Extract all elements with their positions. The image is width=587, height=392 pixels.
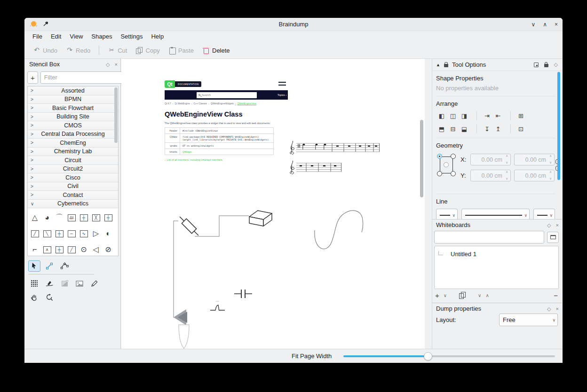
- gradient-edit-tool[interactable]: [58, 278, 71, 289]
- zoom-tool[interactable]: [43, 292, 56, 303]
- line-end-marker-dropdown[interactable]: [533, 209, 555, 220]
- move-up-button[interactable]: ∧: [485, 293, 489, 298]
- window-control-button[interactable]: ∧: [543, 22, 547, 27]
- stencil-shape[interactable]: ⌒: [53, 210, 65, 226]
- stencil-shape[interactable]: ┼: [78, 210, 90, 226]
- stencil-category[interactable]: > Basic Flowchart: [28, 104, 118, 113]
- edit-path-tool[interactable]: [58, 260, 71, 272]
- line-style-dropdown[interactable]: [461, 209, 530, 220]
- arrange-button[interactable]: ↧: [476, 124, 492, 133]
- arrange-button[interactable]: ◫: [447, 111, 459, 120]
- arrange-button[interactable]: ⬓: [459, 124, 470, 133]
- stencil-shape[interactable]: ╳: [90, 210, 102, 226]
- stencil-shape[interactable]: ⌐: [29, 242, 41, 256]
- toolbar-button[interactable]: Copy: [132, 45, 163, 56]
- stencil-category[interactable]: > Circuit2: [28, 165, 118, 174]
- stencil-shape[interactable]: ◕: [41, 210, 53, 226]
- whiteboard-list-item[interactable]: Untitled 1: [435, 249, 558, 259]
- stencil-shape[interactable]: ◐: [102, 226, 114, 242]
- stencil-shape[interactable]: ┼: [102, 210, 114, 226]
- select-tool[interactable]: [28, 260, 40, 272]
- zoom-slider-handle[interactable]: [424, 352, 432, 361]
- stencil-shape[interactable]: ┼: [53, 226, 65, 242]
- anchor-point-selector[interactable]: [436, 153, 457, 177]
- anchor-top-left[interactable]: [437, 154, 442, 159]
- anchor-bottom-left[interactable]: [437, 171, 442, 176]
- toolbar-button[interactable]: Cut: [104, 45, 131, 56]
- connect-shapes-tool[interactable]: [43, 260, 56, 272]
- stencil-shape[interactable]: ╱: [29, 226, 41, 242]
- pan-tool[interactable]: [28, 292, 40, 303]
- width-spinbox[interactable]: 0.00 cm: [514, 154, 555, 165]
- add-whiteboard-dropdown[interactable]: ∨: [444, 293, 447, 298]
- whiteboard-canvas[interactable]: Qt DOCUMENTATION Search Topics Qt 6.7Qt …: [121, 59, 425, 349]
- stencil-category[interactable]: > Contact: [28, 191, 118, 200]
- menu-item[interactable]: Settings: [116, 31, 147, 42]
- anchor-center[interactable]: [444, 162, 449, 167]
- stencil-shape[interactable]: △: [29, 210, 41, 226]
- stencil-category[interactable]: > Central Data Processing: [28, 130, 118, 139]
- stencil-shape[interactable]: ╲: [41, 226, 53, 242]
- stencil-category[interactable]: > Civil: [28, 182, 118, 191]
- titlebar[interactable]: Braindump ∨∧×: [24, 18, 563, 31]
- x-position-spinbox[interactable]: 0.00 cm: [470, 154, 511, 165]
- close-panel-icon[interactable]: ×: [556, 303, 559, 314]
- stencil-shape[interactable]: ─: [65, 226, 78, 242]
- canvas-drawings[interactable]: [163, 207, 384, 357]
- arrange-button[interactable]: ⊡: [510, 124, 526, 133]
- pattern-edit-tool[interactable]: [28, 278, 40, 289]
- float-panel-icon[interactable]: ◇: [106, 59, 110, 70]
- zoom-mode-label[interactable]: Fit Page Width: [292, 349, 332, 363]
- arrange-button[interactable]: ◨: [459, 111, 470, 120]
- menu-item[interactable]: File: [28, 31, 47, 42]
- music-staff-shape-1[interactable]: [289, 140, 381, 156]
- lock-panel-icon[interactable]: [544, 64, 548, 67]
- menu-item[interactable]: Edit: [47, 31, 65, 42]
- calligraphy-tool[interactable]: [43, 278, 56, 289]
- arrange-button[interactable]: ↥: [492, 124, 504, 133]
- tool-options-scrollbar[interactable]: [557, 72, 560, 180]
- stencil-category[interactable]: ∨ Cybernetics: [28, 200, 118, 209]
- float-panel-icon[interactable]: ◇: [547, 220, 551, 231]
- whiteboard-view-button[interactable]: [547, 232, 559, 243]
- window-control-button[interactable]: ×: [555, 22, 558, 27]
- toolbar-button[interactable]: Delete: [198, 45, 234, 56]
- arrange-button[interactable]: ◧: [436, 111, 447, 120]
- arrange-button[interactable]: ⊞: [510, 111, 526, 120]
- add-stencil-button[interactable]: +: [27, 71, 38, 84]
- lock-icon[interactable]: [444, 64, 448, 67]
- music-staff-shape-2[interactable]: [289, 159, 343, 175]
- move-down-button[interactable]: ∨: [478, 293, 481, 298]
- toolbar-button[interactable]: Redo: [62, 45, 94, 56]
- stencil-category[interactable]: > Cisco: [28, 173, 118, 182]
- pencil-tool[interactable]: [88, 278, 101, 289]
- zoom-slider[interactable]: [343, 355, 555, 357]
- anchor-top-right[interactable]: [451, 154, 456, 159]
- layout-dropdown[interactable]: Free: [499, 314, 558, 326]
- stencil-list-scrollbar[interactable]: [114, 87, 118, 143]
- duplicate-whiteboard-icon[interactable]: [459, 292, 466, 299]
- stencil-filter-input[interactable]: [40, 71, 124, 84]
- float-panel-icon[interactable]: ◇: [554, 62, 558, 68]
- detach-panel-icon[interactable]: [534, 63, 539, 67]
- whiteboard-name-input[interactable]: [434, 231, 544, 243]
- add-whiteboard-button[interactable]: +: [435, 291, 439, 299]
- close-panel-icon[interactable]: ×: [115, 59, 118, 70]
- line-start-marker-dropdown[interactable]: [436, 209, 458, 220]
- anchor-bottom-right[interactable]: [451, 171, 456, 176]
- arrange-button[interactable]: ⇤: [492, 111, 504, 120]
- float-panel-icon[interactable]: ◇: [547, 303, 551, 314]
- remove-whiteboard-button[interactable]: −: [554, 291, 558, 299]
- stencil-shape[interactable]: ▷: [90, 226, 102, 242]
- stencil-category[interactable]: > Circuit: [28, 156, 118, 165]
- stencil-shape[interactable]: ⊙: [78, 242, 90, 256]
- stencil-shape[interactable]: ╱: [65, 242, 78, 256]
- menu-item[interactable]: Help: [147, 31, 168, 42]
- stencil-shape[interactable]: ⊘: [102, 242, 114, 256]
- window-control-button[interactable]: ∨: [531, 22, 535, 27]
- stencil-category[interactable]: > Chemistry Lab: [28, 148, 118, 157]
- toolbar-button[interactable]: Undo: [29, 45, 61, 56]
- menu-item[interactable]: Shapes: [87, 31, 116, 42]
- arrange-button[interactable]: ⇥: [476, 111, 492, 120]
- y-position-spinbox[interactable]: 0.00 cm: [470, 170, 511, 181]
